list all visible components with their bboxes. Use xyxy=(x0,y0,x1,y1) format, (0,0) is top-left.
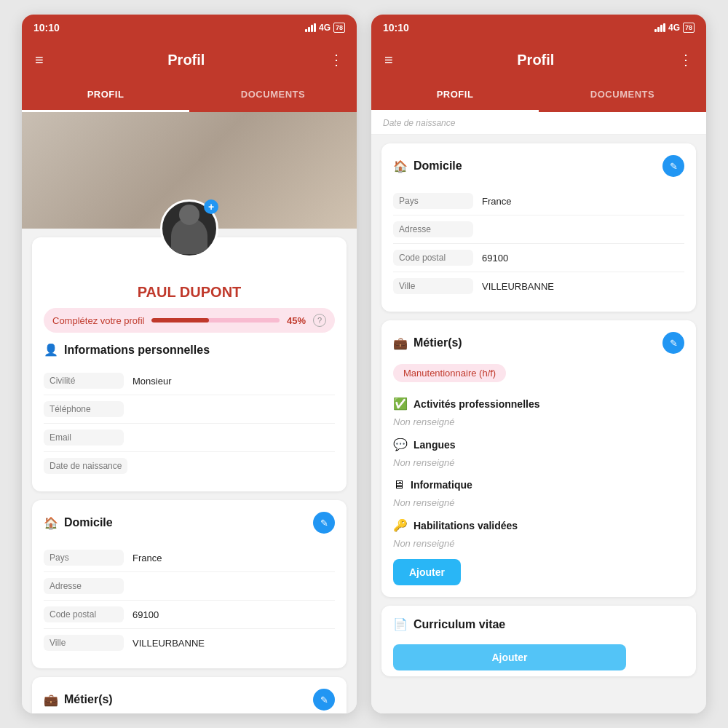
top-partial-field: Date de naissance xyxy=(371,112,706,135)
label-email: Email xyxy=(44,430,124,446)
informatique-value: Non renseigné xyxy=(393,494,684,511)
name-card: PAUL DUPONT Complétez votre profil 45% ?… xyxy=(32,237,347,491)
label-adresse-right: Adresse xyxy=(393,221,473,237)
field-civilite: Civilité Monsieur xyxy=(44,367,335,395)
home-icon-right: 🏠 xyxy=(393,159,408,173)
value-pays-left: France xyxy=(132,553,162,563)
field-cp-right: Code postal 69100 xyxy=(393,244,684,272)
avatar-silhouette xyxy=(171,218,207,254)
activites-subsection-right: ✅ Activités professionnelles Non renseig… xyxy=(393,397,684,430)
label-cp-right: Code postal xyxy=(393,250,473,266)
edit-metiers-left[interactable]: ✎ xyxy=(313,689,335,711)
edit-domicile-right[interactable]: ✎ xyxy=(662,155,684,177)
label-cp-left: Code postal xyxy=(44,606,124,622)
value-ville-right: VILLEURBANNE xyxy=(482,281,554,292)
edit-domicile-left[interactable]: ✎ xyxy=(313,512,335,534)
field-pays-right: Pays France xyxy=(393,187,684,215)
informatique-title: Informatique xyxy=(411,479,472,491)
signal-icon-right xyxy=(654,23,665,32)
time-right: 10:10 xyxy=(383,22,409,33)
tab-documents-right[interactable]: DOCUMENTS xyxy=(539,79,706,112)
field-dob: Date de naissance xyxy=(44,452,335,480)
status-right-right: 4G 78 xyxy=(654,23,695,33)
speech-icon: 💬 xyxy=(393,438,408,451)
help-icon[interactable]: ? xyxy=(313,314,326,327)
label-pays-left: Pays xyxy=(44,550,124,566)
label-dob: Date de naissance xyxy=(44,458,127,474)
network-label-right: 4G xyxy=(668,23,680,33)
app-bar-title-right: Profil xyxy=(517,52,554,68)
hamburger-icon-right[interactable]: ≡ xyxy=(384,52,393,68)
more-options-icon-right[interactable]: ⋮ xyxy=(678,51,693,68)
briefcase-icon-left: 💼 xyxy=(44,693,58,707)
network-label: 4G xyxy=(319,23,331,33)
field-telephone: Téléphone xyxy=(44,395,335,424)
metiers-title-left: Métier(s) xyxy=(64,693,113,706)
field-email: Email xyxy=(44,424,335,452)
avatar-add-icon[interactable]: + xyxy=(204,199,218,214)
status-bar-right: 10:10 4G 78 xyxy=(371,15,706,41)
ajouter-button[interactable]: Ajouter xyxy=(393,559,461,585)
cv-card: 📄 Curriculum vitae Ajouter xyxy=(381,606,696,676)
profile-hero: + xyxy=(22,112,357,229)
value-ville-left: VILLEURBANNE xyxy=(132,638,205,649)
check-icon-right: ✅ xyxy=(393,397,408,411)
domicile-header-left: 🏠 Domicile ✎ xyxy=(44,512,335,534)
label-adresse-left: Adresse xyxy=(44,578,124,594)
left-phone: 10:10 4G 78 ≡ Profil ⋮ PROFIL DOCUMENTS xyxy=(22,15,357,713)
metiers-header-right: 💼 Métier(s) ✎ xyxy=(393,332,684,354)
habilitations-value: Non renseigné xyxy=(393,535,684,552)
edit-metiers-right[interactable]: ✎ xyxy=(662,332,684,354)
personal-info-title: Informations personnelles xyxy=(64,344,210,357)
app-bar-left: ≡ Profil ⋮ xyxy=(22,41,357,79)
computer-icon: 🖥 xyxy=(393,478,405,491)
scroll-content-right[interactable]: Date de naissance 🏠 Domicile ✎ Pays Fran… xyxy=(371,112,706,713)
informatique-header: 🖥 Informatique xyxy=(393,478,684,491)
time-left: 10:10 xyxy=(33,22,60,33)
cv-title: Curriculum vitae xyxy=(414,618,505,631)
activites-title-right: Activités professionnelles xyxy=(414,398,540,410)
tab-documents-left[interactable]: DOCUMENTS xyxy=(189,79,357,112)
domicile-header-right: 🏠 Domicile ✎ xyxy=(393,155,684,177)
langues-header: 💬 Langues xyxy=(393,438,684,451)
label-telephone: Téléphone xyxy=(44,401,124,417)
value-cp-left: 69100 xyxy=(132,609,159,620)
value-cp-right: 69100 xyxy=(482,253,508,264)
signal-icon xyxy=(305,23,316,32)
domicile-title-left: Domicile xyxy=(64,516,113,529)
value-civilite: Monsieur xyxy=(132,376,171,387)
field-adresse-left: Adresse xyxy=(44,572,335,601)
habilitations-subsection: 🔑 Habilitations validées Non renseigné xyxy=(393,518,684,552)
tab-profil-right[interactable]: PROFIL xyxy=(371,79,539,112)
tabs-bar-left: PROFIL DOCUMENTS xyxy=(22,79,357,112)
doc-icon: 📄 xyxy=(393,617,408,631)
right-phone: 10:10 4G 78 ≡ Profil ⋮ PROFIL DOCUMENTS xyxy=(371,15,706,713)
tabs-bar-right: PROFIL DOCUMENTS xyxy=(371,79,706,112)
informatique-subsection: 🖥 Informatique Non renseigné xyxy=(393,478,684,511)
habilitations-header: 🔑 Habilitations validées xyxy=(393,518,684,532)
activites-header-right: ✅ Activités professionnelles xyxy=(393,397,684,411)
label-pays-right: Pays xyxy=(393,193,473,209)
skills-card-right: 💼 Métier(s) ✎ Manutentionnaire (h/f) ✅ A… xyxy=(381,320,696,597)
cv-add-button[interactable]: Ajouter xyxy=(393,644,626,670)
personal-info-fields: Civilité Monsieur Téléphone Email Date d… xyxy=(44,367,335,480)
scroll-content-left[interactable]: + PAUL DUPONT Complétez votre profil 45%… xyxy=(22,112,357,713)
domicile-title-right: Domicile xyxy=(414,159,462,173)
domicile-card-left: 🏠 Domicile ✎ Pays France Adresse Code po… xyxy=(32,500,347,668)
field-adresse-right: Adresse xyxy=(393,215,684,244)
label-civilite: Civilité xyxy=(44,373,124,389)
field-ville-right: Ville VILLEURBANNE xyxy=(393,272,684,300)
progress-fill xyxy=(151,318,209,323)
home-icon-left: 🏠 xyxy=(44,516,58,530)
langues-subsection: 💬 Langues Non renseigné xyxy=(393,438,684,471)
hamburger-icon[interactable]: ≡ xyxy=(35,52,44,68)
metiers-title-right: Métier(s) xyxy=(414,336,462,349)
status-bar-left: 10:10 4G 78 xyxy=(22,15,357,41)
tab-profil-left[interactable]: PROFIL xyxy=(22,79,189,112)
progress-track xyxy=(151,318,280,323)
more-options-icon[interactable]: ⋮ xyxy=(329,51,344,68)
key-icon: 🔑 xyxy=(393,518,408,532)
metier-tag-right: Manutentionnaire (h/f) xyxy=(393,364,506,382)
label-ville-left: Ville xyxy=(44,635,124,651)
activites-value-right: Non renseigné xyxy=(393,414,684,430)
